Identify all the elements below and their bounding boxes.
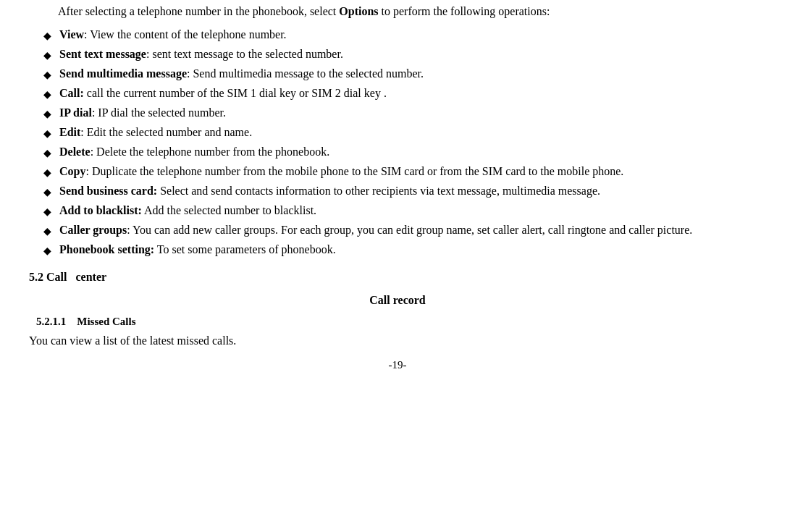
bullet-diamond-icon: ◆ [43,165,59,180]
list-item: ◆ Sent text message: sent text message t… [43,46,766,63]
bullet-diamond-icon: ◆ [43,106,59,122]
bullet-diamond-icon: ◆ [43,87,59,102]
bullet-content: Delete: Delete the telephone number from… [59,143,766,161]
subsection-callrecord-heading: Call record [29,292,766,309]
bullet-content: Phonebook setting: To set some parameter… [59,241,766,258]
bullet-content: Send business card: Select and send cont… [59,182,766,200]
intro-text-before-bold: After selecting a telephone number in th… [58,5,339,17]
sub-sub-label2-5211: Missed Calls [77,316,135,327]
intro-bold-word: Options [339,5,378,17]
bullet-content: Add to blacklist: Add the selected numbe… [59,202,766,219]
bullet-diamond-icon: ◆ [43,185,59,200]
list-item: ◆ Send multimedia message: Send multimed… [43,65,766,83]
bullet-diamond-icon: ◆ [43,67,59,83]
list-item: ◆ Phonebook setting: To set some paramet… [43,241,766,258]
list-item: ◆ IP dial: IP dial the selected number. [43,104,766,122]
bullet-content: View: View the content of the telephone … [59,26,766,43]
section-52-label: 5.2 Call [29,271,67,283]
list-item: ◆ Caller groups: You can add new caller … [43,221,766,239]
bullet-diamond-icon: ◆ [43,48,59,63]
bullet-content: Caller groups: You can add new caller gr… [59,221,766,239]
sub-sub-label-5211: 5.2.1.1 [36,316,66,327]
intro-paragraph: After selecting a telephone number in th… [29,3,766,20]
list-item: ◆ Send business card: Select and send co… [43,182,766,200]
bullet-diamond-icon: ◆ [43,28,59,43]
intro-text-after-bold: to perform the following operations: [379,5,550,17]
list-item: ◆ Copy: Duplicate the telephone number f… [43,163,766,180]
bullet-diamond-icon: ◆ [43,126,59,141]
list-item: ◆ Call: call the current number of the S… [43,85,766,102]
list-item: ◆ Add to blacklist: Add the selected num… [43,202,766,219]
page-number: -19- [29,357,766,373]
bullet-content: Copy: Duplicate the telephone number fro… [59,163,766,180]
bullet-content: Sent text message: sent text message to … [59,46,766,63]
bullet-content: Edit: Edit the selected number and name. [59,124,766,141]
bullet-content: Call: call the current number of the SIM… [59,85,766,102]
bullet-content: Send multimedia message: Send multimedia… [59,65,766,83]
bullet-diamond-icon: ◆ [43,204,59,219]
section-52-heading: 5.2 Call center [29,269,766,286]
bullet-content: IP dial: IP dial the selected number. [59,104,766,122]
bullet-list: ◆ View: View the content of the telephon… [29,26,766,258]
last-paragraph: You can view a list of the latest missed… [29,332,766,350]
section-52-label2: center [75,271,106,283]
page-container: After selecting a telephone number in th… [0,0,795,532]
list-item: ◆ View: View the content of the telephon… [43,26,766,43]
sub-sub-heading-5211: 5.2.1.1 Missed Calls [29,313,766,330]
list-item: ◆ Delete: Delete the telephone number fr… [43,143,766,161]
bullet-diamond-icon: ◆ [43,243,59,258]
list-item: ◆ Edit: Edit the selected number and nam… [43,124,766,141]
bullet-diamond-icon: ◆ [43,224,59,239]
bullet-diamond-icon: ◆ [43,145,59,161]
